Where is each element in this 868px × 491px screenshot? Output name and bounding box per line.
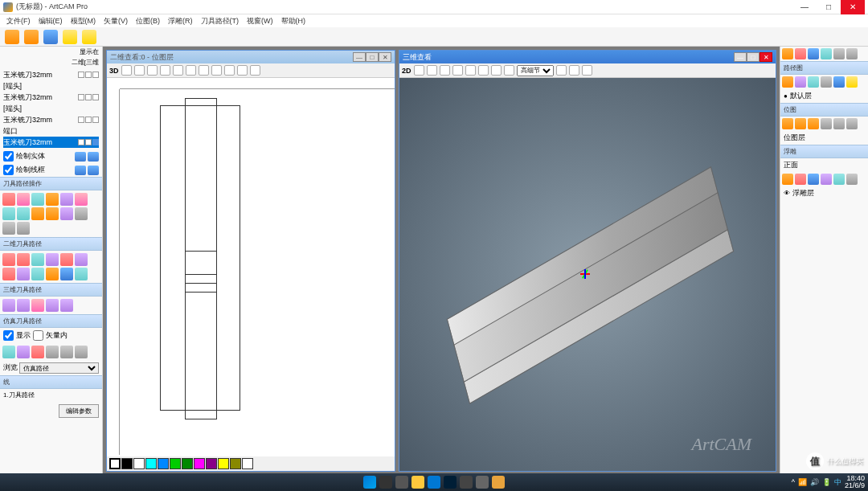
- rp-tool-icon[interactable]: [808, 76, 819, 88]
- tool-icon[interactable]: [75, 207, 88, 220]
- vp-tool-icon[interactable]: [440, 65, 450, 76]
- tool-icon[interactable]: [46, 268, 59, 280]
- vp-tool-icon[interactable]: [121, 65, 132, 76]
- tool-icon[interactable]: [31, 268, 44, 280]
- edit-params-button[interactable]: 编辑参数: [59, 404, 99, 418]
- vp-tool-icon[interactable]: [199, 65, 209, 76]
- 3d-badge[interactable]: 3D: [109, 67, 119, 75]
- artcam-taskbar-icon[interactable]: [492, 476, 505, 489]
- tool-icon[interactable]: [17, 207, 30, 220]
- tool-icon[interactable]: [2, 346, 15, 358]
- color-swatch[interactable]: [158, 458, 169, 469]
- save-icon[interactable]: [43, 30, 58, 44]
- vp-tool-icon[interactable]: [237, 65, 248, 76]
- section-3d-toolpath[interactable]: 三维刀具路径: [0, 283, 102, 297]
- draw-wireframe-check[interactable]: 绘制线框: [0, 163, 102, 177]
- volume-icon[interactable]: 🔊: [810, 478, 819, 486]
- tray-icon[interactable]: ^: [792, 478, 795, 486]
- rp-tool-icon[interactable]: [795, 48, 806, 59]
- explorer-icon[interactable]: [411, 476, 424, 489]
- tool-icon[interactable]: [17, 346, 30, 358]
- vp-min-icon[interactable]: —: [734, 52, 747, 62]
- tool-icon[interactable]: [46, 253, 59, 266]
- rp-section-relief[interactable]: 浮雕: [780, 145, 868, 158]
- vp2d-canvas[interactable]: [107, 78, 395, 471]
- battery-icon[interactable]: 🔋: [822, 478, 831, 486]
- rp-tool-icon[interactable]: [833, 118, 845, 129]
- new-icon[interactable]: [5, 30, 19, 44]
- vp-close-icon[interactable]: ✕: [760, 52, 772, 62]
- edge-icon[interactable]: [428, 476, 440, 489]
- rp-section-bitmap[interactable]: 位图: [780, 103, 868, 117]
- color-swatch[interactable]: [121, 458, 133, 469]
- canvas-2d[interactable]: [120, 89, 395, 455]
- tool-icon[interactable]: [60, 346, 73, 358]
- maximize-button[interactable]: □: [817, 0, 841, 14]
- vp3d-canvas[interactable]: [399, 78, 776, 471]
- vp-tool-icon[interactable]: [224, 65, 235, 76]
- color-swatch[interactable]: [145, 458, 157, 469]
- vp-tool-icon[interactable]: [427, 65, 437, 76]
- draw-solid-check[interactable]: 绘制实体: [0, 149, 102, 163]
- rp-tool-icon[interactable]: [833, 174, 845, 185]
- vp-tool-icon[interactable]: [452, 65, 463, 76]
- rp-tool-icon[interactable]: [821, 76, 832, 88]
- color-swatch[interactable]: [133, 458, 145, 469]
- color-swatch[interactable]: [182, 458, 193, 469]
- tool-icon[interactable]: [46, 207, 59, 220]
- taskview-icon[interactable]: [395, 476, 408, 489]
- tool-icon[interactable]: [31, 207, 44, 220]
- show-check[interactable]: [3, 330, 14, 341]
- section-line[interactable]: 线: [0, 375, 102, 389]
- rp-tool-icon[interactable]: [782, 118, 793, 129]
- rp-tool-icon[interactable]: [821, 48, 832, 59]
- color-swatch[interactable]: [170, 458, 181, 469]
- tool-icon[interactable]: [2, 253, 15, 266]
- vp-min-icon[interactable]: —: [353, 52, 366, 62]
- tool-icon[interactable]: [2, 193, 15, 206]
- vp-close-icon[interactable]: ✕: [379, 52, 391, 62]
- tool-icon[interactable]: [17, 193, 30, 206]
- redo-icon[interactable]: [82, 30, 96, 44]
- vp-tool-icon[interactable]: [556, 65, 567, 76]
- search-icon[interactable]: [379, 476, 392, 489]
- color-swatch[interactable]: [109, 458, 121, 469]
- windows-taskbar[interactable]: ^ 📶 🔊 🔋 中 18:40 21/6/9: [0, 473, 868, 491]
- tool-icon[interactable]: [60, 193, 73, 206]
- rp-default-layer[interactable]: ● 默认层: [780, 89, 868, 103]
- tool-icon[interactable]: [75, 253, 88, 266]
- tool-icon[interactable]: [60, 268, 73, 280]
- rp-bitmap-layer[interactable]: 位图层: [780, 131, 868, 145]
- tool-icon[interactable]: [60, 299, 73, 312]
- rp-front[interactable]: 正面: [780, 158, 868, 172]
- tree-item[interactable]: [端头]: [3, 80, 99, 92]
- line-item[interactable]: 1.刀具路径: [0, 389, 102, 401]
- vp-tool-icon[interactable]: [504, 65, 514, 76]
- ime-icon[interactable]: 中: [834, 477, 841, 488]
- vp-tool-icon[interactable]: [250, 65, 260, 76]
- rp-tool-icon[interactable]: [833, 76, 845, 88]
- sim-select[interactable]: 仿真路径: [19, 362, 99, 374]
- start-icon[interactable]: [363, 476, 376, 489]
- color-swatch[interactable]: [242, 458, 253, 469]
- vp-tool-icon[interactable]: [478, 65, 489, 76]
- vp-max-icon[interactable]: □: [747, 52, 760, 62]
- wifi-icon[interactable]: 📶: [798, 478, 807, 486]
- rp-tool-icon[interactable]: [846, 174, 858, 185]
- section-simulation[interactable]: 仿真刀具路径: [0, 314, 102, 328]
- tool-icon[interactable]: [31, 346, 44, 358]
- tree-item[interactable]: 玉米铣刀32mm: [3, 114, 99, 125]
- tool-icon[interactable]: [2, 299, 15, 312]
- color-swatch[interactable]: [230, 458, 241, 469]
- vp-tool-icon[interactable]: [147, 65, 158, 76]
- tool-icon[interactable]: [17, 299, 30, 312]
- rp-tool-icon[interactable]: [821, 118, 832, 129]
- 2d-badge[interactable]: 2D: [402, 67, 411, 75]
- tool-icon[interactable]: [2, 222, 15, 235]
- vp-tool-icon[interactable]: [414, 65, 424, 76]
- menu-file[interactable]: 文件(F): [3, 16, 34, 27]
- vp2d-titlebar[interactable]: 二维查看:0 - 位图层 —□✕: [107, 51, 395, 63]
- rp-tool-icon[interactable]: [795, 118, 806, 129]
- tree-item[interactable]: 端口: [3, 125, 99, 137]
- photoshop-icon[interactable]: [444, 476, 457, 489]
